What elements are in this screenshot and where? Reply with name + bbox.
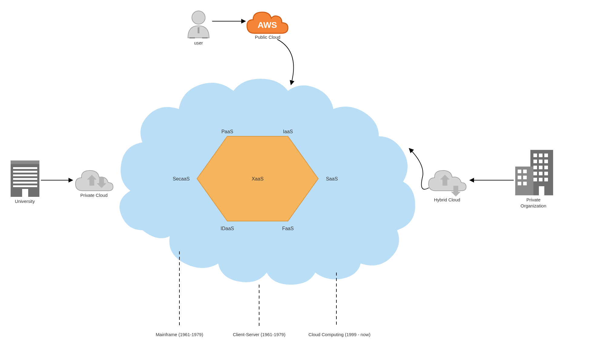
svg-rect-36 <box>523 182 527 185</box>
svg-rect-34 <box>523 176 527 179</box>
paas-label: PaaS <box>221 129 233 134</box>
iaas-label: IaaS <box>283 129 293 134</box>
svg-rect-18 <box>544 154 548 157</box>
svg-rect-26 <box>539 172 543 175</box>
aws-text: AWS <box>258 20 277 30</box>
arrow-hybrid-to-cloud <box>409 148 429 189</box>
svg-rect-24 <box>544 166 548 169</box>
arrow-aws-to-cloud <box>277 39 294 85</box>
svg-rect-7 <box>13 167 37 169</box>
private-org-building-icon <box>515 150 553 195</box>
public-cloud-label: Public Cloud <box>255 35 280 40</box>
svg-rect-4 <box>198 27 199 33</box>
user-label: user <box>194 40 203 45</box>
private-cloud-icon <box>75 170 113 191</box>
svg-rect-9 <box>13 174 37 176</box>
svg-rect-17 <box>539 154 543 157</box>
svg-rect-23 <box>539 166 543 169</box>
hybrid-cloud-icon <box>429 170 466 197</box>
svg-rect-10 <box>13 178 37 180</box>
svg-rect-27 <box>544 172 548 175</box>
svg-rect-28 <box>533 178 537 181</box>
xaas-label: XaaS <box>252 176 263 181</box>
svg-rect-16 <box>533 154 537 157</box>
svg-rect-19 <box>533 160 537 163</box>
university-label: University <box>15 199 35 204</box>
svg-rect-22 <box>533 166 537 169</box>
svg-rect-35 <box>518 182 521 185</box>
svg-rect-21 <box>544 160 548 163</box>
private-org-label-1: Private <box>526 197 541 202</box>
svg-rect-31 <box>518 170 521 173</box>
svg-rect-6 <box>11 160 39 164</box>
private-org-label-2: Organization <box>520 203 546 208</box>
svg-rect-2 <box>189 37 195 38</box>
hybrid-cloud-label: Hybrid Cloud <box>434 197 460 202</box>
svg-rect-20 <box>539 160 543 163</box>
svg-rect-25 <box>533 172 537 175</box>
timeline-era-2: Client-Server (1961-1979) <box>233 332 285 337</box>
svg-rect-13 <box>22 189 28 197</box>
svg-rect-37 <box>539 186 544 195</box>
university-building-icon <box>11 160 39 197</box>
svg-rect-3 <box>202 37 208 38</box>
faas-label: FaaS <box>282 226 294 231</box>
user-icon <box>188 11 209 38</box>
svg-rect-8 <box>13 171 37 173</box>
svg-rect-32 <box>523 170 527 173</box>
timeline-era-3: Cloud Computing (1999 - now) <box>309 332 370 337</box>
svg-rect-12 <box>13 185 37 187</box>
secaas-label: SecaaS <box>173 176 190 181</box>
svg-rect-30 <box>544 178 548 181</box>
svg-rect-11 <box>13 182 37 184</box>
timeline-era-1: Mainframe (1961-1979) <box>156 332 203 337</box>
aws-cloud-icon: AWS <box>247 12 288 33</box>
idaas-label: IDaaS <box>221 226 234 231</box>
svg-rect-29 <box>539 178 543 181</box>
saas-label: SaaS <box>326 176 338 181</box>
svg-rect-33 <box>518 176 521 179</box>
private-cloud-label: Private Cloud <box>80 193 108 198</box>
svg-point-1 <box>192 11 205 24</box>
